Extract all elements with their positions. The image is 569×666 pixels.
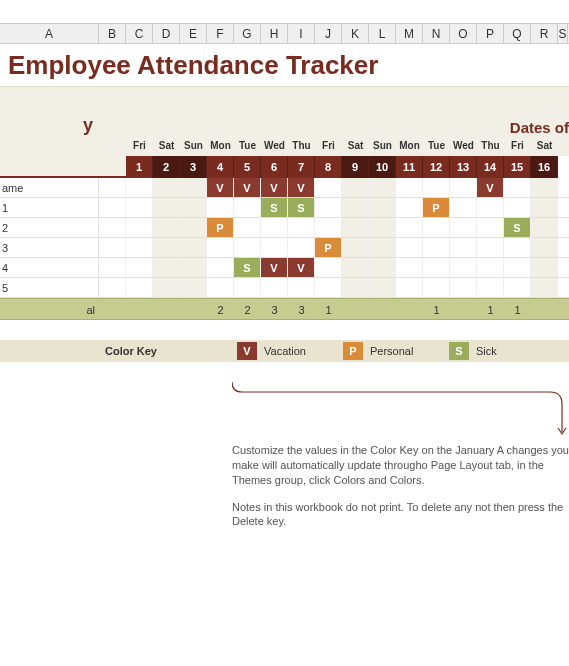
employee-name-cell[interactable]: 1	[0, 198, 99, 217]
attendance-cell[interactable]	[288, 238, 315, 257]
attendance-cell[interactable]	[153, 218, 180, 237]
attendance-cell[interactable]	[342, 238, 369, 257]
attendance-cell[interactable]	[477, 238, 504, 257]
attendance-cell[interactable]	[450, 258, 477, 277]
attendance-cell[interactable]	[423, 258, 450, 277]
attendance-cell[interactable]	[234, 238, 261, 257]
attendance-cell[interactable]	[126, 258, 153, 277]
attendance-cell[interactable]	[396, 178, 423, 197]
attendance-cell[interactable]	[504, 278, 531, 297]
attendance-cell[interactable]	[126, 178, 153, 197]
attendance-cell[interactable]	[261, 218, 288, 237]
attendance-cell[interactable]	[450, 218, 477, 237]
attendance-cell[interactable]	[207, 198, 234, 217]
attendance-cell[interactable]	[396, 198, 423, 217]
column-header[interactable]: J	[315, 24, 342, 43]
attendance-cell[interactable]	[153, 258, 180, 277]
attendance-cell[interactable]	[234, 218, 261, 237]
attendance-cell[interactable]: V	[207, 178, 234, 197]
attendance-cell[interactable]	[180, 278, 207, 297]
formula-bar[interactable]	[0, 0, 569, 24]
attendance-cell[interactable]	[369, 198, 396, 217]
attendance-cell[interactable]	[342, 258, 369, 277]
attendance-cell[interactable]	[126, 198, 153, 217]
column-header[interactable]: F	[207, 24, 234, 43]
attendance-cell[interactable]	[315, 218, 342, 237]
attendance-cell[interactable]	[396, 258, 423, 277]
column-header[interactable]: E	[180, 24, 207, 43]
attendance-cell[interactable]: V	[288, 258, 315, 277]
employee-name-cell[interactable]: ame	[0, 178, 99, 197]
attendance-cell[interactable]	[207, 278, 234, 297]
attendance-cell[interactable]	[423, 218, 450, 237]
employee-name-cell[interactable]: 3	[0, 238, 99, 257]
column-header[interactable]: L	[369, 24, 396, 43]
day-number-cell[interactable]: 5	[234, 156, 261, 178]
column-header[interactable]: N	[423, 24, 450, 43]
day-number-cell[interactable]: 1	[126, 156, 153, 178]
attendance-cell[interactable]	[504, 238, 531, 257]
attendance-cell[interactable]: S	[261, 198, 288, 217]
attendance-cell[interactable]	[531, 238, 558, 257]
attendance-cell[interactable]	[369, 238, 396, 257]
attendance-cell[interactable]	[315, 198, 342, 217]
attendance-cell[interactable]	[531, 198, 558, 217]
day-number-cell[interactable]: 16	[531, 156, 558, 178]
attendance-cell[interactable]	[180, 238, 207, 257]
attendance-cell[interactable]: P	[315, 238, 342, 257]
attendance-cell[interactable]	[369, 178, 396, 197]
attendance-cell[interactable]	[477, 278, 504, 297]
attendance-cell[interactable]	[153, 198, 180, 217]
attendance-cell[interactable]: V	[477, 178, 504, 197]
column-header[interactable]: K	[342, 24, 369, 43]
attendance-cell[interactable]: S	[288, 198, 315, 217]
attendance-cell[interactable]	[342, 218, 369, 237]
attendance-cell[interactable]	[369, 278, 396, 297]
attendance-cell[interactable]	[531, 178, 558, 197]
attendance-cell[interactable]	[450, 278, 477, 297]
attendance-cell[interactable]	[477, 218, 504, 237]
attendance-cell[interactable]	[315, 258, 342, 277]
column-header[interactable]: D	[153, 24, 180, 43]
worksheet[interactable]: Employee Attendance Tracker y Dates of F…	[0, 44, 569, 529]
day-number-cell[interactable]: 8	[315, 156, 342, 178]
attendance-cell[interactable]	[180, 178, 207, 197]
column-header[interactable]: R	[531, 24, 558, 43]
attendance-cell[interactable]: V	[234, 178, 261, 197]
column-header[interactable]: P	[477, 24, 504, 43]
attendance-cell[interactable]	[207, 258, 234, 277]
attendance-cell[interactable]	[396, 278, 423, 297]
attendance-cell[interactable]: V	[288, 178, 315, 197]
attendance-cell[interactable]	[180, 258, 207, 277]
attendance-cell[interactable]	[504, 178, 531, 197]
attendance-cell[interactable]	[315, 278, 342, 297]
day-number-cell[interactable]: 12	[423, 156, 450, 178]
attendance-cell[interactable]	[153, 178, 180, 197]
day-number-cell[interactable]: 7	[288, 156, 315, 178]
attendance-cell[interactable]	[369, 258, 396, 277]
attendance-cell[interactable]: V	[261, 258, 288, 277]
employee-name-cell[interactable]: 4	[0, 258, 99, 277]
column-header[interactable]: Q	[504, 24, 531, 43]
employee-name-cell[interactable]: 2	[0, 218, 99, 237]
attendance-cell[interactable]	[504, 258, 531, 277]
column-header[interactable]: A	[0, 24, 99, 43]
attendance-cell[interactable]	[342, 278, 369, 297]
attendance-cell[interactable]: S	[504, 218, 531, 237]
attendance-cell[interactable]	[207, 238, 234, 257]
attendance-cell[interactable]	[396, 218, 423, 237]
attendance-cell[interactable]	[450, 198, 477, 217]
attendance-cell[interactable]	[396, 238, 423, 257]
attendance-cell[interactable]	[423, 178, 450, 197]
attendance-cell[interactable]	[369, 218, 396, 237]
column-header[interactable]: I	[288, 24, 315, 43]
attendance-cell[interactable]	[126, 218, 153, 237]
day-number-cell[interactable]: 3	[180, 156, 207, 178]
attendance-cell[interactable]	[423, 278, 450, 297]
attendance-cell[interactable]: P	[423, 198, 450, 217]
day-number-cell[interactable]: 15	[504, 156, 531, 178]
day-number-cell[interactable]: 10	[369, 156, 396, 178]
attendance-cell[interactable]: V	[261, 178, 288, 197]
attendance-cell[interactable]	[342, 198, 369, 217]
attendance-cell[interactable]: P	[207, 218, 234, 237]
